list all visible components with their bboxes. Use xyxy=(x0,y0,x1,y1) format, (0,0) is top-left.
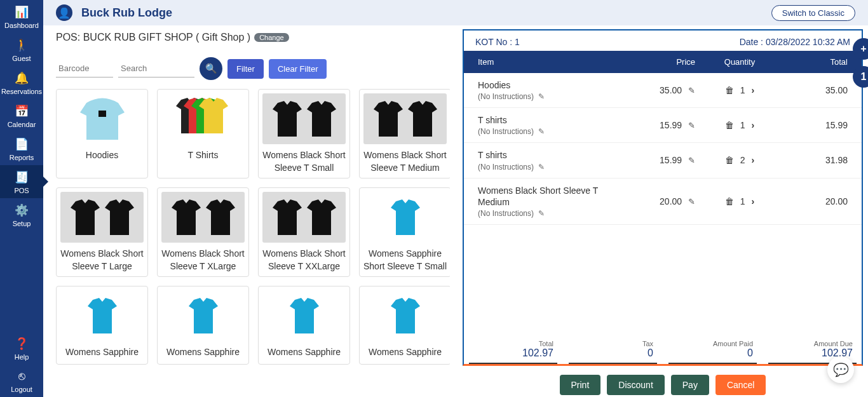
total-value: 102.97 xyxy=(522,347,553,358)
product-label: Womens Sapphire xyxy=(369,346,442,360)
filter-button[interactable]: Filter xyxy=(227,59,264,79)
delete-item-icon[interactable]: 🗑 xyxy=(725,155,734,165)
delete-item-icon[interactable]: 🗑 xyxy=(725,196,734,206)
delete-item-icon[interactable]: 🗑 xyxy=(725,85,734,95)
product-label: Womens Sapphire xyxy=(166,346,240,360)
sidebar-item-logout[interactable]: ⎋ Logout xyxy=(0,365,43,397)
product-grid: HoodiesT ShirtsWomens Black Short Sleeve… xyxy=(56,89,450,365)
product-card[interactable]: Womens Black Short Sleeve T Medium xyxy=(359,89,450,178)
pay-button[interactable]: Pay xyxy=(671,375,709,395)
change-button[interactable]: Change xyxy=(254,33,289,42)
total-tax: Tax 0 xyxy=(569,340,657,364)
search-button[interactable]: 🔍 xyxy=(200,57,222,80)
sidebar-label: Help xyxy=(15,353,29,361)
sidebar-label: Dashboard xyxy=(4,22,39,29)
sidebar-item-dashboard[interactable]: 📊 Dashboard xyxy=(0,0,43,33)
product-card[interactable]: Womens Black Short Sleeve T Small xyxy=(258,89,350,178)
kot-item-instructions: (No Instructions) ✎ xyxy=(478,209,619,218)
clear-filter-button[interactable]: Clear Filter xyxy=(269,59,327,79)
edit-price-icon[interactable]: ✎ xyxy=(688,197,695,206)
edit-instructions-icon[interactable]: ✎ xyxy=(538,209,545,218)
product-card[interactable]: Womens Black Short Sleeve T Large xyxy=(56,187,148,277)
chat-icon: 💬 xyxy=(833,362,849,377)
switch-classic-button[interactable]: Switch to Classic xyxy=(771,5,855,21)
chat-button[interactable]: 💬 xyxy=(827,356,854,383)
due-label: Amount Due xyxy=(772,340,853,347)
pos-label: POS: BUCK RUB GIFT SHOP ( Gift Shop ) xyxy=(56,32,250,43)
kot-date: Date : 03/28/2022 10:32 AM xyxy=(740,37,850,47)
product-card[interactable]: Womens Sapphire xyxy=(359,286,450,365)
total-label: Total xyxy=(473,340,553,347)
chevron-right-icon[interactable]: › xyxy=(752,85,755,95)
kot-item-price: 15.99 ✎ xyxy=(619,155,695,165)
edit-price-icon[interactable]: ✎ xyxy=(688,121,695,130)
sidebar-item-pos[interactable]: 🧾 POS xyxy=(0,165,43,198)
chevron-right-icon[interactable]: › xyxy=(752,196,755,206)
product-label: Womens Black Short Sleeve T XXLarge xyxy=(262,248,346,273)
chevron-right-icon[interactable]: › xyxy=(752,120,755,130)
sidebar-item-help[interactable]: ❓ Help xyxy=(0,332,43,365)
kot-item-name: T shirts xyxy=(478,149,619,161)
total-total: Total 102.97 xyxy=(469,340,557,364)
edit-instructions-icon[interactable]: ✎ xyxy=(538,92,545,101)
qty-value: 1 xyxy=(740,120,745,130)
product-label: Womens Sapphire xyxy=(65,346,139,360)
col-price: Price xyxy=(619,57,695,67)
product-label: Womens Black Short Sleeve T Large xyxy=(60,248,144,273)
search-row: 🔍 Filter Clear Filter xyxy=(56,57,450,80)
delete-item-icon[interactable]: 🗑 xyxy=(725,120,734,130)
product-label: T Shirts xyxy=(188,149,219,163)
sidebar-label: Logout xyxy=(11,386,32,393)
product-card[interactable]: Womens Sapphire Short Sleeve T Small xyxy=(359,187,450,277)
header: 👤 Buck Rub Lodge Switch to Classic xyxy=(43,0,868,25)
qty-value: 2 xyxy=(740,155,745,165)
search-input[interactable] xyxy=(118,60,194,77)
calendar-icon: 📅 xyxy=(15,104,29,118)
edit-instructions-icon[interactable]: ✎ xyxy=(538,127,545,136)
sidebar-item-setup[interactable]: ⚙️ Setup xyxy=(0,198,43,231)
kot-item-instructions: (No Instructions) ✎ xyxy=(478,163,619,172)
paid-value: 0 xyxy=(747,347,753,358)
kot-table-head: Item Price Quantity Total xyxy=(464,51,862,73)
sidebar-item-calendar[interactable]: 📅 Calendar xyxy=(0,99,43,132)
paid-label: Amount Paid xyxy=(672,340,753,347)
product-card[interactable]: T Shirts xyxy=(157,89,249,178)
barcode-input[interactable] xyxy=(56,60,113,77)
product-card[interactable]: Hoodies xyxy=(56,89,148,178)
sidebar-label: Calendar xyxy=(8,121,36,128)
product-card[interactable]: Womens Black Short Sleeve T XXLarge xyxy=(258,187,350,277)
ticket-pane: KOT No : 1 Date : 03/28/2022 10:32 AM It… xyxy=(463,29,863,395)
kot-row: T shirts(No Instructions) ✎15.99 ✎🗑1›15.… xyxy=(464,108,862,143)
search-icon: 🔍 xyxy=(205,63,217,74)
col-total: Total xyxy=(784,57,848,67)
col-qty: Quantity xyxy=(695,57,784,67)
edit-price-icon[interactable]: ✎ xyxy=(688,156,695,165)
pos-icon: 🧾 xyxy=(15,170,29,184)
sidebar-item-reservations[interactable]: 🔔 Reservations xyxy=(0,66,43,99)
product-card[interactable]: Womens Sapphire xyxy=(258,286,350,365)
cancel-button[interactable]: Cancel xyxy=(715,375,766,395)
product-label: Womens Black Short Sleeve T Small xyxy=(262,149,346,174)
kot-item-price: 35.00 ✎ xyxy=(619,85,695,95)
user-avatar-icon[interactable]: 👤 xyxy=(56,4,72,21)
kot-rows: Hoodies(No Instructions) ✎35.00 ✎🗑1›35.0… xyxy=(464,73,862,225)
sidebar-label: Setup xyxy=(13,220,31,227)
sidebar-label: Reservations xyxy=(1,88,42,95)
col-item: Item xyxy=(478,57,619,67)
print-button[interactable]: Print xyxy=(560,375,601,395)
product-card[interactable]: Womens Sapphire xyxy=(157,286,249,365)
dashboard-icon: 📊 xyxy=(15,5,29,19)
sidebar-item-reports[interactable]: 📄 Reports xyxy=(0,132,43,165)
edit-price-icon[interactable]: ✎ xyxy=(688,86,695,95)
kot-no: KOT No : 1 xyxy=(475,37,520,47)
kot-item-total: 31.98 xyxy=(784,155,848,165)
chevron-right-icon[interactable]: › xyxy=(752,155,755,165)
kot-item-instructions: (No Instructions) ✎ xyxy=(478,92,619,101)
edit-instructions-icon[interactable]: ✎ xyxy=(538,163,545,172)
discount-button[interactable]: Discount xyxy=(607,375,664,395)
product-card[interactable]: Womens Sapphire xyxy=(56,286,148,365)
product-card[interactable]: Womens Black Short Sleeve T XLarge xyxy=(157,187,249,277)
reports-icon: 📄 xyxy=(15,137,29,151)
sidebar-item-guest[interactable]: 🚶 Guest xyxy=(0,33,43,66)
kot-item-qty: 🗑2› xyxy=(695,155,784,165)
